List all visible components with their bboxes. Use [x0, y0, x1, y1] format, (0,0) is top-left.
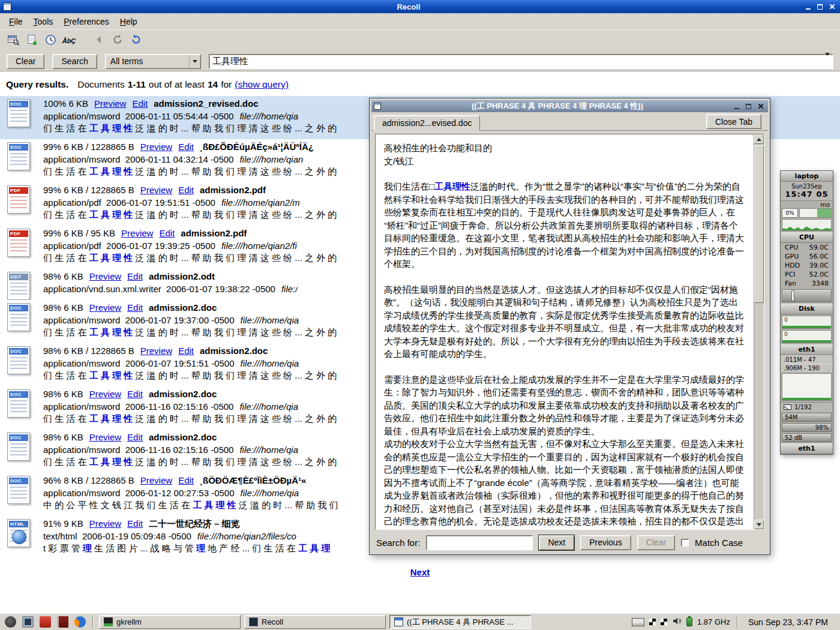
edit-link[interactable]: Edit: [132, 98, 148, 110]
scrollbar-track[interactable]: [754, 144, 764, 520]
launcher-app1[interactable]: [4, 615, 17, 629]
preview-maximize-button[interactable]: [743, 102, 754, 111]
match-case-label: Match Case: [695, 538, 743, 548]
task-recoll[interactable]: Recoll: [244, 615, 386, 629]
volume-meter[interactable]: 52 dB: [782, 433, 832, 442]
file-type-icon: DOC: [7, 475, 43, 516]
clear-button[interactable]: Clear: [7, 54, 44, 69]
result-url: file:/: [281, 283, 298, 296]
preview-link[interactable]: Preview: [94, 98, 126, 110]
result-relevance-size: 91% 9 KB: [43, 518, 83, 530]
search-input[interactable]: [212, 55, 825, 68]
preview-tab[interactable]: admission2...evised.doc: [374, 115, 480, 131]
edit-link[interactable]: Edit: [127, 302, 143, 314]
menu-help[interactable]: Help: [115, 14, 143, 29]
menu-file[interactable]: File: [4, 14, 28, 29]
task-gkrellm[interactable]: gkrellm: [99, 615, 241, 629]
preview-link[interactable]: Preview: [89, 388, 121, 401]
result-line1: 99% 6 KB / 95 KBPreviewEditadmission2.pd…: [43, 227, 337, 240]
find-clear-button[interactable]: Clear: [637, 535, 675, 550]
preview-link[interactable]: Preview: [89, 518, 121, 530]
minimize-button[interactable]: [803, 2, 813, 11]
edit-link[interactable]: Edit: [127, 518, 143, 530]
result-mime-date: application/pdf 2006-01-07 19:51:51 -050…: [43, 197, 215, 209]
preview-paragraph: 成功的校友对于公立大学当然有益无害，但不像对私立大学那么至关重要。但是选入未来社…: [384, 437, 746, 529]
preview-document-text[interactable]: 高校招生的社会功能和目的 文/钱江我们生活在□工具理性泛滥的时代。作为“世之显学…: [376, 134, 754, 529]
preview-link[interactable]: Preview: [89, 302, 121, 314]
preview-link[interactable]: Preview: [140, 141, 172, 154]
launcher-app3[interactable]: [56, 615, 70, 629]
firefox-icon: [74, 616, 86, 628]
globe-icon: [12, 530, 26, 544]
find-previous-button[interactable]: Previous: [580, 535, 631, 550]
edit-link[interactable]: Edit: [159, 227, 175, 240]
result-relevance-size: 100% 6 KB: [43, 98, 88, 110]
result-line1: 96% 8 KB / 1228865 BPreviewEdit¸ßÖĐÖÆ¶È£…: [43, 475, 338, 487]
edit-link[interactable]: Edit: [178, 475, 194, 487]
preview-link[interactable]: Preview: [140, 184, 172, 197]
menu-preferences[interactable]: Preferences: [58, 14, 115, 29]
preview-link[interactable]: Preview: [89, 271, 121, 283]
preview-link[interactable]: Preview: [140, 475, 172, 487]
update-index-button[interactable]: [23, 32, 40, 49]
volume-tray-icon[interactable]: [672, 616, 682, 628]
sort-by-date-button[interactable]: [42, 32, 59, 49]
preview-minimize-button[interactable]: [731, 102, 742, 111]
edit-link[interactable]: Edit: [127, 431, 143, 444]
launcher-terminal[interactable]: [21, 615, 35, 629]
search-mode-dropdown[interactable]: All terms: [105, 54, 201, 69]
edit-link[interactable]: Edit: [178, 141, 194, 154]
task-preview[interactable]: ((工 PHRASE 4 具 PHRASE ...: [389, 615, 531, 629]
preview-link[interactable]: Preview: [140, 345, 172, 358]
doc-file-icon: DOC: [7, 99, 30, 127]
edit-link[interactable]: Edit: [127, 388, 143, 401]
edit-link[interactable]: Edit: [127, 271, 143, 283]
result-mime-date: application/msword 2006-01-12 00:27:53 -…: [43, 487, 235, 500]
close-button[interactable]: [827, 2, 837, 11]
show-query-link[interactable]: (show query): [235, 79, 289, 90]
term-explorer-button[interactable]: ÂbÇ: [61, 32, 77, 49]
main-titlebar[interactable]: Recoll: [0, 0, 840, 13]
scroll-down-button[interactable]: [754, 520, 764, 529]
preview-text-segment: 高校招生最明显的目的当然是选拔人才。但这选拔人才的目标却不仅仅是人们假定“因材施…: [384, 284, 744, 359]
mail-row[interactable]: 1/192: [781, 402, 833, 412]
gkrellm-clock: Sun23Sep 15:47 05: [781, 182, 833, 201]
edit-link[interactable]: Edit: [178, 345, 194, 358]
find-next-button[interactable]: Next: [539, 535, 574, 550]
launcher-browser[interactable]: [73, 615, 87, 629]
match-case-checkbox[interactable]: [681, 539, 689, 547]
history-back-button[interactable]: [109, 32, 126, 49]
fan-krell-meter: [782, 289, 832, 302]
result-relevance-size: 98% 6 KB: [43, 431, 83, 444]
taskbar-clock[interactable]: Sun Sep 23, 3:47 PM: [745, 617, 834, 627]
preview-titlebar[interactable]: ((工 PHRASE 4 具 PHRASE 4 理 PHRASE 4 性)): [371, 100, 768, 112]
gkrellm-monitor[interactable]: laptop Sun23Sep 15:47 05 mo 0% CPU CPU59…: [780, 170, 833, 455]
sensor-row: 0%: [781, 208, 833, 218]
keyboard-layout-icon[interactable]: [632, 618, 644, 626]
workspace-grid-icon[interactable]: [649, 619, 656, 625]
scroll-up-button[interactable]: [754, 134, 764, 144]
scrollbar-thumb[interactable]: [754, 145, 764, 303]
snippet-text: 生 活 图 片 ... 战 略 与 管: [92, 542, 196, 555]
document-history-button[interactable]: [5, 32, 22, 49]
close-tab-button[interactable]: Close Tab: [706, 114, 761, 129]
menu-tools[interactable]: Tools: [28, 14, 59, 29]
maximize-button[interactable]: [815, 2, 825, 11]
preview-close-button[interactable]: [755, 102, 766, 111]
preview-scrollbar[interactable]: [754, 134, 764, 529]
back-button[interactable]: [91, 32, 107, 49]
search-button[interactable]: Search: [52, 54, 97, 69]
preview-search-input[interactable]: [426, 535, 533, 550]
file-icon-label: PDF: [9, 230, 28, 237]
launcher-app2[interactable]: [38, 615, 52, 629]
workspace-grid-icon[interactable]: [661, 619, 667, 625]
history-forward-button[interactable]: [128, 32, 145, 49]
next-page-link[interactable]: Next: [410, 567, 430, 577]
result-relevance-size: 98% 6 KB: [43, 388, 83, 401]
preview-link[interactable]: Preview: [89, 431, 121, 444]
battery-icon[interactable]: [686, 617, 692, 626]
result-body: 98% 6 KBPreviewEditadmission2.docapplica…: [43, 431, 337, 473]
entry-history-arrow-icon[interactable]: [825, 56, 830, 67]
preview-link[interactable]: Preview: [121, 227, 153, 240]
edit-link[interactable]: Edit: [178, 184, 194, 197]
